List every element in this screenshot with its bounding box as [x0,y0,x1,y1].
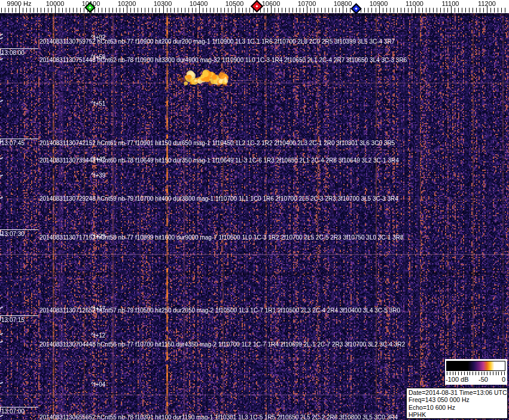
freq-tick [267,8,268,13]
freq-tick [105,8,106,13]
freq-axis-label: 10800 [334,0,352,7]
spectrogram-screen: 9900 Hz100001010010200103001040010500106… [0,0,509,420]
echo-time-marker: ^t+12 [91,332,105,339]
detection-log-line: 20140831130729248 hCnt59 nb-79 f10700 hi… [39,195,398,202]
freq-tick [109,8,109,13]
freq-tick [264,8,264,13]
freq-tick [242,8,243,13]
freq-tick [69,8,70,13]
freq-tick [368,8,368,13]
freq-tick [408,8,409,13]
freq-tick [120,8,120,13]
freq-tick [84,8,84,13]
freq-tick [228,8,228,13]
freq-tick [422,8,423,13]
freq-tick [167,8,167,13]
freq-tick [371,8,372,13]
freq-tick [112,8,113,13]
freq-tick [33,8,34,13]
freq-tick [426,8,426,13]
freq-tick [141,8,142,13]
time-tick-line [0,229,38,230]
freq-tick [30,8,31,13]
freq-tick [275,8,275,13]
intensity-colorbar: -100 dB -50 0 [445,359,507,385]
freq-axis-label: 10200 [118,0,136,7]
freq-axis-label: 11100 [442,0,459,7]
detection-log-line: 20140831130712652 hCnt57 nb-79 f10500 hi… [39,307,400,314]
freq-tick [16,8,16,13]
freq-tick [394,8,394,13]
freq-tick [376,8,376,13]
freq-tick [134,8,135,13]
freq-tick [41,8,41,13]
freq-tick [440,8,441,13]
freq-tick [80,8,81,13]
freq-tick [23,8,23,13]
freq-tick [289,8,289,13]
event-tick [0,415,3,417]
freq-tick [336,8,336,13]
event-tick [0,306,3,309]
detection-log-line: 20140831130759752 hCnt63 nb-77 f10900 hi… [39,38,395,45]
time-axis-label: 13:08:00 [1,50,25,56]
freq-tick [116,8,117,13]
detection-log-line: 20140831130717152 hCnt58 nb-77 f10899 hi… [39,234,404,241]
event-tick [0,100,3,102]
freq-tick [401,8,401,13]
freq-tick [318,8,318,13]
freq-tick [231,8,232,13]
freq-tick [383,8,383,13]
freq-tick [321,8,322,13]
freq-axis-label: 11000 [406,0,423,7]
freq-tick [490,8,491,13]
colorbar-label-max: 0 [502,376,505,383]
freq-axis-label: 11200 [478,0,496,7]
freq-tick [444,8,444,13]
freq-tick [494,8,495,13]
freq-tick [181,8,182,13]
detection-log-line: 20140831130742152 hCnt61 nb-77 f10901 hi… [39,140,395,146]
event-tick [0,197,3,199]
freq-tick [310,8,311,13]
event-tick [0,341,3,343]
freq-tick [429,8,430,13]
freq-tick [138,8,138,13]
freq-tick [296,8,297,13]
freq-tick [390,8,391,13]
freq-tick [332,8,333,13]
diamond-center [255,5,258,7]
time-tick-corner [0,315,1,321]
freq-tick [12,8,13,13]
freq-tick [292,8,293,13]
freq-tick [455,8,455,13]
freq-axis-label: 10300 [154,0,172,7]
colorbar-gradient [446,361,505,371]
freq-tick [148,8,149,13]
freq-tick [214,8,214,13]
event-tick [0,174,3,177]
echo-time-marker: ^t+39 [91,172,105,179]
time-tick-corner [0,407,1,412]
freq-tick [476,8,477,13]
freq-axis-label: 10400 [190,0,208,7]
freq-tick [174,8,175,13]
freq-tick [8,8,9,13]
freq-tick [458,8,459,13]
freq-tick [62,8,63,13]
freq-tick [203,8,203,13]
freq-axis-label: 10700 [298,0,316,7]
freq-tick [178,8,178,13]
freq-tick [59,8,59,13]
time-axis-label: 13:07:15 [1,317,25,323]
diamond-center [355,7,357,10]
freq-tick [44,8,45,13]
freq-tick [102,8,102,13]
freq-tick [404,8,405,13]
freq-axis-label: 10500 [225,0,244,7]
time-tick-line [0,407,38,407]
freq-tick [152,8,153,13]
freq-tick [217,8,218,13]
freq-tick [170,8,171,13]
freq-axis-label: 10900 [370,0,388,7]
